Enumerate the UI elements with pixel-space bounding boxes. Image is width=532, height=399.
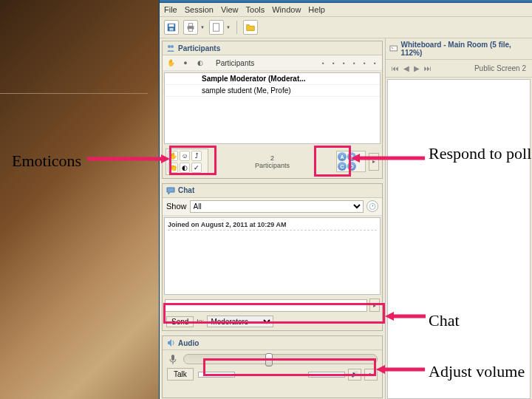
audio-panel: Audio Talk 🔊: [162, 335, 383, 398]
audio-icon: [166, 338, 175, 347]
step-away-icon[interactable]: ◐: [195, 58, 205, 68]
participants-list[interactable]: Sample Moderator (Moderat... sample stud…: [164, 72, 381, 144]
perm-icon-1: ▪: [319, 59, 327, 67]
svg-rect-9: [169, 24, 174, 27]
audio-title: Audio: [178, 339, 199, 347]
speaker-slider-row: Talk 🔊 ▸: [167, 368, 378, 381]
toolbar-divider: [236, 21, 237, 34]
chat-input-row: ▸: [163, 296, 382, 314]
chat-show-label: Show: [166, 202, 187, 211]
svg-point-16: [171, 45, 174, 48]
content-area: Participants ✋ ● ◐ Participants ▪ ▪ ▪ ▪ …: [160, 38, 532, 399]
folder-icon: [245, 22, 256, 33]
svg-point-15: [168, 45, 171, 48]
annotation-chat: Chat: [429, 311, 460, 330]
speaker-button[interactable]: 🔊: [348, 369, 361, 381]
mic-volume-slider[interactable]: [183, 354, 378, 364]
timestamp-toggle-icon[interactable]: 🕐: [366, 200, 378, 212]
perm-icon-5: ▪: [361, 59, 369, 67]
menu-tools[interactable]: Tools: [246, 5, 265, 14]
audio-body: Talk 🔊 ▸: [163, 350, 382, 398]
whiteboard-nav: ⏮ ◀ ▶ ⏭ Public Screen 2: [386, 60, 532, 78]
participant-row[interactable]: sample student (Me, Profe): [165, 85, 380, 97]
menu-view[interactable]: View: [221, 5, 239, 14]
chat-to-select[interactable]: Moderators: [207, 316, 273, 327]
mic-status-icon[interactable]: ●: [180, 58, 191, 68]
chat-system-message: Joined on August 2, 2011 at 10:29 AM: [168, 219, 377, 231]
perm-icon-4: ▪: [350, 59, 358, 67]
hand-raise-icon[interactable]: ✋: [166, 58, 176, 68]
chat-input[interactable]: [165, 299, 367, 312]
whiteboard-header: Whiteboard - Main Room (5 file, 112%): [386, 38, 532, 60]
chat-header: Chat: [163, 184, 382, 198]
page-dropdown[interactable]: ▼: [226, 25, 231, 30]
chat-expand-button[interactable]: ▸: [369, 299, 380, 312]
participants-header: Participants: [163, 41, 382, 55]
poll-option-a[interactable]: A: [338, 152, 347, 161]
permission-icons: ▪ ▪ ▪ ▪ ▪ ▪: [319, 59, 379, 67]
print-button[interactable]: [183, 20, 198, 35]
menu-session[interactable]: Session: [185, 5, 214, 14]
annotation-respond-text: Respond to poll: [429, 144, 531, 163]
panel-collapse-button[interactable]: ▸: [369, 153, 379, 171]
nav-first-icon[interactable]: ⏮: [392, 64, 399, 72]
clap-icon[interactable]: 👏: [168, 163, 178, 173]
talk-button[interactable]: Talk: [167, 368, 194, 381]
menu-file[interactable]: File: [164, 5, 177, 14]
audio-right-controls: 🔊 ▸: [308, 369, 378, 381]
poll-option-d[interactable]: D: [347, 162, 356, 171]
participants-toolbar: ✋ ● ◐ Participants ▪ ▪ ▪ ▪ ▪ ▪: [163, 55, 382, 71]
participants-column-label: Participants: [216, 59, 254, 67]
slide-divider-line: [0, 93, 148, 94]
page-icon: [211, 22, 222, 33]
smile-icon[interactable]: ☺: [180, 151, 190, 161]
nav-next-icon[interactable]: ▶: [414, 64, 420, 72]
mic-slider-thumb[interactable]: [265, 353, 273, 366]
chat-show-select[interactable]: All: [190, 200, 364, 213]
poll-response-toolbar: A B C D: [336, 151, 366, 172]
save-icon: [166, 22, 177, 33]
perm-icon-3: ▪: [340, 59, 348, 67]
whiteboard-canvas[interactable]: [387, 79, 531, 399]
chat-show-row: Show All 🕐: [163, 198, 382, 216]
participants-icon: [166, 44, 175, 52]
away-icon[interactable]: ⤴: [191, 151, 202, 161]
print-dropdown[interactable]: ▼: [200, 25, 205, 30]
participants-footer: ✋ ☺ ⤴ 👏 ◐ ✓ 2 Participants A B C: [163, 146, 382, 178]
participants-panel: Participants ✋ ● ◐ Participants ▪ ▪ ▪ ▪ …: [162, 41, 383, 179]
nav-last-icon[interactable]: ⏭: [424, 64, 432, 72]
nav-prev-icon[interactable]: ◀: [403, 64, 409, 72]
participant-row[interactable]: Sample Moderator (Moderat...: [165, 73, 380, 85]
folder-button[interactable]: [243, 20, 258, 35]
chat-to-label: to:: [197, 318, 204, 325]
left-column: Participants ✋ ● ◐ Participants ▪ ▪ ▪ ▪ …: [160, 38, 385, 399]
send-button[interactable]: Send: [166, 316, 194, 327]
audio-expand-button[interactable]: ▸: [364, 369, 378, 381]
save-button[interactable]: [164, 20, 179, 35]
svg-rect-19: [390, 46, 398, 51]
annotation-volume-text: Adjust volume: [429, 362, 525, 381]
svg-rect-17: [171, 355, 174, 361]
whiteboard-title: Whiteboard - Main Room (5 file, 112%): [400, 41, 528, 57]
chat-message-area[interactable]: Joined on August 2, 2011 at 10:29 AM: [164, 217, 381, 296]
approve-icon[interactable]: ✓: [191, 163, 202, 173]
annotation-volume: Adjust volume: [429, 362, 525, 381]
page-button[interactable]: [209, 20, 224, 35]
confused-icon[interactable]: ◐: [180, 163, 190, 173]
whiteboard-icon: [389, 44, 398, 53]
menu-help[interactable]: Help: [308, 5, 325, 14]
perm-icon-6: ▪: [371, 59, 379, 67]
audio-level-meter: [198, 372, 235, 378]
menubar: File Session View Tools Window Help: [160, 3, 532, 17]
menu-window[interactable]: Window: [272, 5, 301, 14]
chat-panel: Chat Show All 🕐 Joined on August 2, 2011…: [162, 183, 383, 332]
participants-title: Participants: [178, 44, 220, 52]
svg-rect-13: [188, 29, 192, 32]
svg-rect-10: [169, 28, 173, 31]
poll-option-b[interactable]: B: [347, 152, 356, 161]
chat-title: Chat: [178, 186, 194, 194]
raise-hand-icon[interactable]: ✋: [168, 151, 178, 161]
svg-rect-14: [214, 24, 219, 32]
poll-option-c[interactable]: C: [338, 162, 347, 171]
whiteboard-screen-label: Public Screen 2: [474, 64, 526, 72]
